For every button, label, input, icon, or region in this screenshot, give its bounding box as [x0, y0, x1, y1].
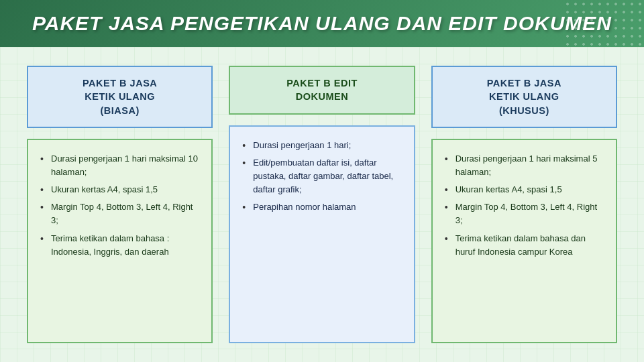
list-item: Perapihan nomor halaman	[241, 200, 402, 214]
pkg-content-col2: Durasi pengerjaan 1 hari;Edit/pembuatan …	[229, 125, 415, 343]
main-content: PAKET B JASA KETIK ULANG (BIASA)Durasi p…	[0, 47, 644, 362]
list-item: Durasi pengerjaan 1 hari maksimal 5 hala…	[443, 152, 605, 179]
list-item: Terima ketikan dalam bahasa dan huruf In…	[443, 232, 605, 259]
list-item: Ukuran kertas A4, spasi 1,5	[39, 183, 201, 196]
header: PAKET JASA PENGETIKAN ULANG DAN EDIT DOK…	[0, 0, 644, 47]
list-item: Ukuran kertas A4, spasi 1,5	[443, 183, 605, 196]
column-col3: PAKET B JASA KETIK ULANG (KHUSUS)Durasi …	[431, 66, 617, 343]
main-title: PAKET JASA PENGETIKAN ULANG DAN EDIT DOK…	[20, 12, 624, 35]
list-item: Margin Top 4, Bottom 3, Left 4, Right 3;	[443, 200, 605, 227]
pkg-content-col1: Durasi pengerjaan 1 hari maksimal 10 hal…	[27, 139, 213, 343]
list-item: Edit/pembuatan daftar isi, daftar pustak…	[241, 156, 402, 196]
pkg-header-col2: PAKET B EDIT DOKUMEN	[229, 66, 415, 115]
pkg-content-col3: Durasi pengerjaan 1 hari maksimal 5 hala…	[431, 139, 617, 343]
pkg-header-col1: PAKET B JASA KETIK ULANG (BIASA)	[27, 66, 213, 128]
column-col2: PAKET B EDIT DOKUMENDurasi pengerjaan 1 …	[229, 66, 415, 343]
list-item: Durasi pengerjaan 1 hari maksimal 10 hal…	[39, 152, 201, 179]
list-item: Margin Top 4, Bottom 3, Left 4, Right 3;	[39, 200, 201, 227]
column-col1: PAKET B JASA KETIK ULANG (BIASA)Durasi p…	[27, 66, 213, 343]
list-item: Durasi pengerjaan 1 hari;	[241, 139, 402, 152]
list-item: Terima ketikan dalam bahasa : Indonesia,…	[39, 232, 201, 259]
pkg-header-col3: PAKET B JASA KETIK ULANG (KHUSUS)	[431, 66, 617, 128]
